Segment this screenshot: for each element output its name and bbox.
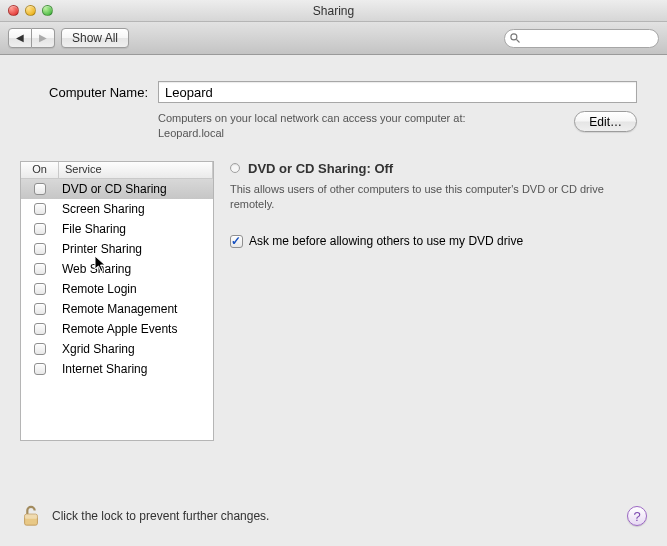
- triangle-right-icon: ▶: [39, 33, 47, 43]
- service-row[interactable]: Remote Management: [21, 299, 213, 319]
- service-row[interactable]: Web Sharing: [21, 259, 213, 279]
- service-name: Xgrid Sharing: [59, 342, 213, 356]
- back-button[interactable]: ◀: [8, 28, 32, 48]
- detail-heading: DVD or CD Sharing: Off: [230, 161, 647, 176]
- computer-name-row: Computer Name: Computers on your local n…: [0, 55, 667, 141]
- list-body: DVD or CD SharingScreen SharingFile Shar…: [21, 179, 213, 440]
- status-dot-icon: [230, 163, 240, 173]
- window-titlebar: Sharing: [0, 0, 667, 22]
- service-row[interactable]: File Sharing: [21, 219, 213, 239]
- search-wrap: [504, 29, 659, 48]
- service-detail: DVD or CD Sharing: Off This allows users…: [230, 161, 647, 441]
- ask-checkbox[interactable]: [230, 235, 243, 248]
- triangle-left-icon: ◀: [16, 33, 24, 43]
- show-all-label: Show All: [72, 31, 118, 45]
- service-name: Printer Sharing: [59, 242, 213, 256]
- service-row[interactable]: DVD or CD Sharing: [21, 179, 213, 199]
- search-input[interactable]: [504, 29, 659, 48]
- window-title: Sharing: [0, 4, 667, 18]
- col-header-on[interactable]: On: [21, 162, 59, 178]
- detail-description: This allows users of other computers to …: [230, 182, 647, 213]
- detail-title: DVD or CD Sharing: Off: [248, 161, 393, 176]
- col-header-service[interactable]: Service: [59, 162, 213, 178]
- services-list: On Service DVD or CD SharingScreen Shari…: [20, 161, 214, 441]
- svg-line-1: [517, 39, 520, 42]
- service-checkbox[interactable]: [34, 223, 46, 235]
- service-checkbox[interactable]: [34, 343, 46, 355]
- edit-label: Edit…: [589, 115, 622, 129]
- service-name: File Sharing: [59, 222, 213, 236]
- footer-text: Click the lock to prevent further change…: [52, 509, 269, 523]
- search-icon: [509, 32, 521, 44]
- service-checkbox[interactable]: [34, 183, 46, 195]
- lock-icon[interactable]: [20, 504, 42, 528]
- service-name: Remote Login: [59, 282, 213, 296]
- service-name: Remote Apple Events: [59, 322, 213, 336]
- computer-name-field[interactable]: [158, 81, 637, 103]
- access-text: Computers on your local network can acce…: [158, 111, 564, 141]
- service-name: Web Sharing: [59, 262, 213, 276]
- service-row[interactable]: Remote Login: [21, 279, 213, 299]
- help-button[interactable]: ?: [627, 506, 647, 526]
- service-row[interactable]: Printer Sharing: [21, 239, 213, 259]
- show-all-button[interactable]: Show All: [61, 28, 129, 48]
- edit-button[interactable]: Edit…: [574, 111, 637, 132]
- toolbar: ◀ ▶ Show All: [0, 22, 667, 55]
- service-name: DVD or CD Sharing: [59, 182, 213, 196]
- service-row[interactable]: Xgrid Sharing: [21, 339, 213, 359]
- list-header: On Service: [21, 162, 213, 179]
- service-name: Internet Sharing: [59, 362, 213, 376]
- service-row[interactable]: Internet Sharing: [21, 359, 213, 379]
- content-area: Computer Name: Computers on your local n…: [0, 55, 667, 546]
- svg-point-0: [511, 33, 517, 39]
- computer-name-label: Computer Name:: [30, 81, 148, 100]
- service-checkbox[interactable]: [34, 203, 46, 215]
- service-row[interactable]: Remote Apple Events: [21, 319, 213, 339]
- ask-label: Ask me before allowing others to use my …: [249, 234, 523, 248]
- service-row[interactable]: Screen Sharing: [21, 199, 213, 219]
- service-checkbox[interactable]: [34, 323, 46, 335]
- service-checkbox[interactable]: [34, 363, 46, 375]
- service-checkbox[interactable]: [34, 243, 46, 255]
- forward-button[interactable]: ▶: [32, 28, 55, 48]
- service-checkbox[interactable]: [34, 263, 46, 275]
- service-name: Screen Sharing: [59, 202, 213, 216]
- service-name: Remote Management: [59, 302, 213, 316]
- service-checkbox[interactable]: [34, 303, 46, 315]
- footer: Click the lock to prevent further change…: [0, 490, 667, 546]
- service-checkbox[interactable]: [34, 283, 46, 295]
- panes: On Service DVD or CD SharingScreen Shari…: [0, 141, 667, 441]
- question-icon: ?: [633, 509, 640, 524]
- nav-segment: ◀ ▶: [8, 28, 55, 48]
- ask-row: Ask me before allowing others to use my …: [230, 234, 647, 248]
- svg-rect-3: [25, 514, 38, 519]
